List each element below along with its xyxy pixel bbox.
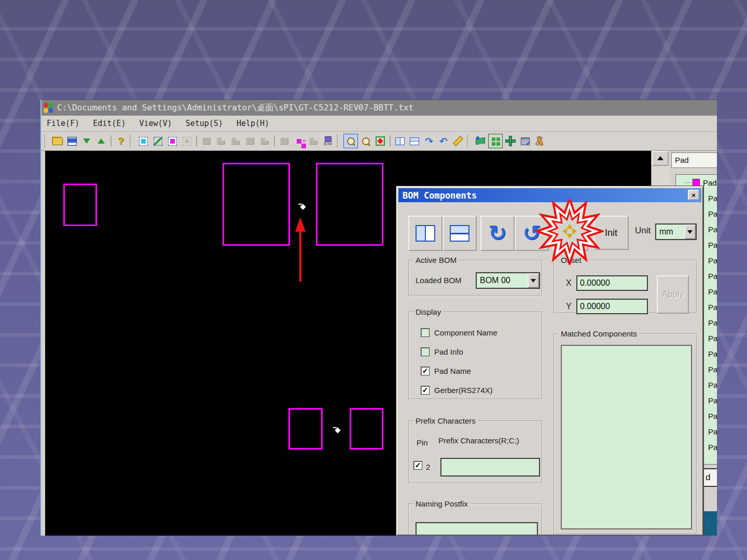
toolbar-grip — [337, 135, 341, 147]
pad-list-item-label: Pad — [703, 178, 717, 187]
undo-icon[interactable] — [437, 134, 450, 148]
app-icon — [44, 102, 54, 114]
pin-checkbox-value: 2 — [426, 463, 430, 471]
offset-x-label: X — [566, 278, 572, 288]
offset-y-label: Y — [566, 302, 572, 311]
import-icon[interactable] — [80, 134, 93, 148]
tools-icon[interactable] — [533, 134, 546, 148]
loaded-bom-label: Loaded BOM — [416, 276, 461, 285]
crosshair-icon[interactable] — [504, 134, 517, 148]
pin-label: Pin — [417, 438, 428, 447]
split-horizontal-button[interactable] — [442, 216, 477, 251]
init-button[interactable]: Init — [593, 216, 629, 250]
pad-list-item-label: Pad — [708, 412, 717, 421]
menu-file[interactable]: File(F) — [47, 119, 79, 128]
display-option-checkbox[interactable]: ✓ — [421, 367, 430, 375]
pad-list-item-label: Pad — [708, 287, 717, 296]
prefix-characters-field[interactable] — [440, 458, 540, 477]
prefix-characters-group: Prefix Characters Pin Prefix Characters(… — [408, 421, 543, 484]
window-title: C:\Documents and Settings\Administrator\… — [57, 103, 413, 114]
display-option-label: Pad Info — [434, 347, 463, 356]
menu-help[interactable]: Help(H) — [237, 119, 269, 128]
bom-icon[interactable] — [321, 134, 335, 148]
unit-dropdown-arrow[interactable] — [684, 225, 696, 239]
offset-x-field[interactable] — [576, 275, 648, 291]
active-bom-legend: Active BOM — [413, 256, 459, 264]
scroll-up-button[interactable] — [652, 151, 669, 166]
pad-list-item-label: Pad — [708, 443, 717, 452]
zoom-in-icon[interactable] — [343, 134, 358, 148]
open-icon[interactable] — [51, 134, 64, 148]
rotate-ccw-button[interactable]: ↺ — [515, 216, 549, 251]
pad-filter-field[interactable]: Pad — [671, 152, 717, 168]
prefix-characters-legend: Prefix Characters — [413, 416, 478, 425]
dialog-close-button[interactable]: × — [688, 190, 699, 200]
menu-bar: File(F) Edit(E) View(V) Setup(S) Help(H) — [42, 116, 717, 132]
add-button-fragment[interactable]: d — [702, 468, 717, 487]
redo-icon[interactable] — [422, 134, 436, 148]
naming-postfix-field[interactable] — [416, 522, 538, 536]
move-button[interactable] — [553, 216, 588, 251]
pad-outline — [63, 184, 97, 226]
display-group: Display Component NamePad Info✓Pad Name✓… — [408, 312, 543, 400]
hsplit-icon[interactable] — [408, 134, 421, 148]
pin-checkbox[interactable]: ✓ — [413, 461, 422, 470]
display-option-row: Component Name — [421, 327, 497, 338]
ruler-icon[interactable] — [451, 134, 465, 148]
table-icon[interactable] — [518, 134, 532, 148]
pad-outline — [316, 163, 383, 246]
loaded-bom-dropdown-arrow[interactable] — [528, 273, 539, 288]
pad-list-item-label: Pad — [708, 194, 717, 203]
help-icon[interactable] — [114, 134, 128, 148]
menu-view[interactable]: View(V) — [139, 119, 172, 128]
rotate-cw-button[interactable]: ↻ — [480, 216, 515, 251]
fit-icon[interactable] — [374, 134, 387, 148]
vsplit-icon[interactable] — [393, 134, 407, 148]
pad-outline — [288, 408, 323, 450]
display-option-checkbox[interactable] — [421, 347, 430, 356]
sel-magenta-icon[interactable] — [165, 134, 179, 148]
display-option-row: ✓Gerber(RS274X) — [421, 385, 493, 395]
loaded-bom-dropdown[interactable]: BOM 00 — [476, 272, 540, 289]
naming-postfix-group: Naming Postfix — [408, 503, 543, 536]
rotate-cw-icon: ↻ — [488, 222, 506, 244]
display-option-checkbox[interactable]: ✓ — [421, 386, 430, 395]
split-vertical-button[interactable] — [408, 216, 442, 251]
active-bom-group: Active BOM Loaded BOM BOM 00 — [408, 260, 543, 296]
toolbar-separator — [274, 135, 275, 147]
unit-dropdown[interactable]: mm — [655, 223, 697, 240]
annotation-red-arrow — [289, 213, 312, 286]
match-pads-icon[interactable] — [292, 134, 306, 148]
toolbar — [42, 132, 717, 151]
export-icon[interactable] — [94, 134, 108, 148]
menu-setup[interactable]: Setup(S) — [186, 119, 223, 128]
map-icon[interactable] — [474, 134, 487, 148]
apply-button[interactable]: Apply — [657, 275, 689, 314]
toolbar-separator — [390, 135, 391, 147]
pad-list-item-label: Pad — [708, 365, 717, 374]
dialog-title: BOM Components — [403, 190, 477, 201]
matched-components-list[interactable] — [561, 345, 692, 529]
window-titlebar[interactable]: C:\Documents and Settings\Administrator\… — [42, 100, 717, 116]
app-window: C:\Documents and Settings\Administrator\… — [40, 100, 717, 536]
draw-line-icon[interactable] — [151, 134, 164, 148]
dialog-titlebar[interactable]: BOM Components × — [398, 188, 701, 202]
toolbar-grip — [467, 135, 472, 147]
blob2-icon — [214, 134, 228, 148]
pad-list-item-label: Pad — [708, 334, 717, 343]
pad-list-item-label: Pad — [708, 256, 717, 265]
offset-y-field[interactable] — [576, 299, 648, 314]
blob2-icon — [307, 134, 320, 148]
origin-marker — [335, 427, 340, 433]
grid-icon[interactable] — [488, 134, 503, 148]
sel-cyan-icon[interactable] — [136, 134, 150, 148]
display-legend: Display — [413, 307, 443, 316]
split-horizontal-icon — [450, 225, 469, 242]
pad-list-item-label: Pad — [708, 272, 717, 281]
pad-color-icon — [693, 179, 700, 186]
offset-group: Offset X Y Apply — [554, 260, 697, 314]
zoom-out-icon[interactable] — [359, 134, 372, 148]
save-icon[interactable] — [65, 134, 79, 148]
menu-edit[interactable]: Edit(E) — [93, 119, 126, 128]
display-option-checkbox[interactable] — [421, 328, 430, 337]
